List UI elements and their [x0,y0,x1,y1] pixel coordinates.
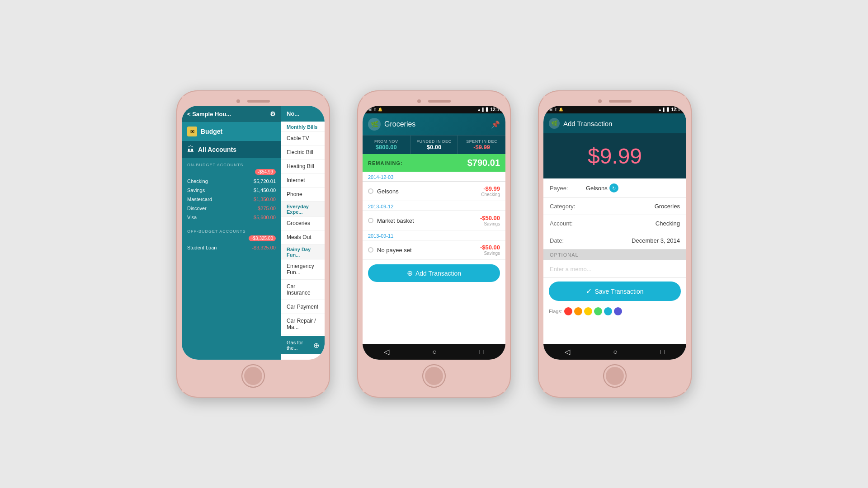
all-accounts-label: All Accounts [198,146,236,153]
category-phone[interactable]: Phone [281,188,325,202]
categories-panel: No... Monthly Bills Cable TV Electric Bi… [281,106,325,360]
back-button[interactable]: < Sample Hou... [187,111,231,117]
account-balance-mastercard: -$1,350.00 [252,197,276,202]
account-balance-student-loan: -$3,325.00 [252,245,276,250]
memo-row[interactable]: Enter a memo... [543,260,686,278]
category-value: Groceries [586,203,680,210]
account-savings[interactable]: Savings $1,450.00 [182,186,281,195]
home-button-2[interactable] [422,364,446,388]
account-balance-savings: $1,450.00 [254,188,276,193]
account-mastercard[interactable]: Mastercard -$1,350.00 [182,195,281,204]
flag-blue[interactable] [604,307,612,315]
phone-2: f ▣ ⬆ 🔔 ▲ ▌ ▊ 12:17 🌿 Groceries 📌 [357,90,511,398]
trans-right-1: -$9.99 Checking [481,185,500,197]
pin-icon[interactable]: 📌 [491,120,500,129]
wifi-icon: ▲ [477,108,481,112]
flag-green[interactable] [594,307,602,315]
flags-row: Flags: [543,305,686,318]
account-student-loan[interactable]: Student Loan -$3,325.00 [182,243,281,252]
refresh-icon[interactable]: ↻ [609,183,618,192]
off-budget-section: OFF-BUDGET ACCOUNTS -$3,325.00 Student L… [182,225,281,255]
camera-3 [598,99,602,103]
everyday-header: Everyday Expe... [281,202,325,216]
form-row-category[interactable]: Category: Groceries [543,198,686,215]
camera-2 [417,99,421,103]
form-row-date[interactable]: Date: December 3, 2014 [543,232,686,249]
category-internet[interactable]: Internet [281,174,325,188]
trans-right-3: -$50.00 Savings [480,244,500,256]
flag-red[interactable] [564,307,572,315]
groceries-logo: 🌿 [368,118,381,131]
all-accounts-item[interactable]: 🏛 All Accounts [182,141,281,158]
camera-1 [236,99,240,103]
funded-label: FUNDED IN DEC [413,139,455,144]
category-car-payment[interactable]: Car Payment [281,300,325,314]
category-meals-out[interactable]: Meals Out [281,230,325,244]
status-right-3: ▲ ▌ ▊ 12:17 [658,107,683,112]
funded-value: $0.00 [413,144,455,150]
account-balance-discover: -$275.00 [256,206,276,211]
status-bar-2: f ▣ ⬆ 🔔 ▲ ▌ ▊ 12:17 [363,106,505,113]
phone-1-bottom [182,360,325,392]
add-transaction-button-2[interactable]: ⊕ Add Transaction [368,264,500,282]
add-transaction-label-2: Add Transaction [415,270,461,277]
form-row-account[interactable]: Account: Checking [543,215,686,232]
account-checking[interactable]: Checking $5,720.01 [182,177,281,186]
on-budget-section: ON-BUDGET ACCOUNTS -$54.99 Checking $5,7… [182,158,281,225]
home-button-1[interactable] [241,364,265,388]
category-heating-bill[interactable]: Heating Bill [281,160,325,174]
category-car-insurance[interactable]: Car Insurance [281,280,325,300]
flag-yellow[interactable] [584,307,592,315]
add-trans-plus-icon: ⊕ [407,269,413,277]
account-discover[interactable]: Discover -$275.00 [182,204,281,213]
back-nav-icon-3[interactable]: ◁ [565,347,570,356]
category-electric-bill[interactable]: Electric Bill [281,145,325,160]
gear-icon[interactable]: ⚙ [270,110,276,117]
from-nov-label: FROM NOV [365,139,407,144]
stat-funded: FUNDED IN DEC $0.00 [410,136,458,154]
save-transaction-button[interactable]: ✓ Save Transaction [549,282,681,301]
trans-circle-1 [368,188,373,194]
home-button-3[interactable] [603,364,627,388]
add-category-icon[interactable]: ⊕ [313,341,319,350]
form-row-payee[interactable]: Payee: Gelsons ↻ [543,178,686,198]
phone-3-top [543,96,686,106]
account-name-visa: Visa [187,215,197,220]
account-name-mastercard: Mastercard [187,197,212,202]
trans-right-2: -$50.00 Savings [480,215,500,226]
flag-orange[interactable] [574,307,582,315]
sidebar-budget[interactable]: ✉ Budget [182,122,281,141]
trans-name-market-basket: Market basket [377,217,476,224]
payee-label: Payee: [550,185,586,192]
category-car-repair[interactable]: Car Repair / Ma... [281,314,325,334]
sidebar: < Sample Hou... ⚙ ✉ Budget 🏛 All Account… [182,106,281,360]
account-name-discover: Discover [187,206,207,211]
recents-nav-icon-3[interactable]: □ [660,348,665,356]
transaction-no-payee[interactable]: No payee set -$50.00 Savings [363,240,505,260]
remaining-label: REMAINING: [368,160,403,166]
budget-stats: FROM NOV $800.00 FUNDED IN DEC $0.00 SPE… [363,135,505,154]
status-icons-2: f ▣ ⬆ 🔔 [366,108,382,112]
signal-icon-3: ▌ [663,108,666,112]
signal-icon: ▌ [482,108,485,112]
bank-icon: 🏛 [187,145,194,154]
category-cable-tv[interactable]: Cable TV [281,131,325,145]
status-time-2: 12:17 [490,107,502,112]
speaker-2 [428,100,451,103]
account-visa[interactable]: Visa -$5,600.00 [182,213,281,222]
flag-purple[interactable] [614,307,622,315]
account-label: Account: [550,220,586,227]
back-nav-icon[interactable]: ◁ [384,347,389,356]
transaction-gelsons[interactable]: Gelsons -$9.99 Checking [363,182,505,201]
category-emergency[interactable]: Emergency Fun... [281,259,325,280]
payee-value: Gelsons [586,185,608,192]
android-nav-bar-2: ◁ ○ □ [363,344,505,360]
add-category-text: Gas for the... [287,340,313,351]
recents-nav-icon[interactable]: □ [480,348,484,356]
home-nav-icon[interactable]: ○ [432,348,437,356]
transaction-market-basket[interactable]: Market basket -$50.00 Savings [363,211,505,230]
home-nav-icon-3[interactable]: ○ [613,348,618,356]
category-groceries[interactable]: Groceries [281,216,325,230]
add-category-row[interactable]: Gas for the... ⊕ [281,336,325,354]
spent-label: SPENT IN DEC [461,139,503,144]
